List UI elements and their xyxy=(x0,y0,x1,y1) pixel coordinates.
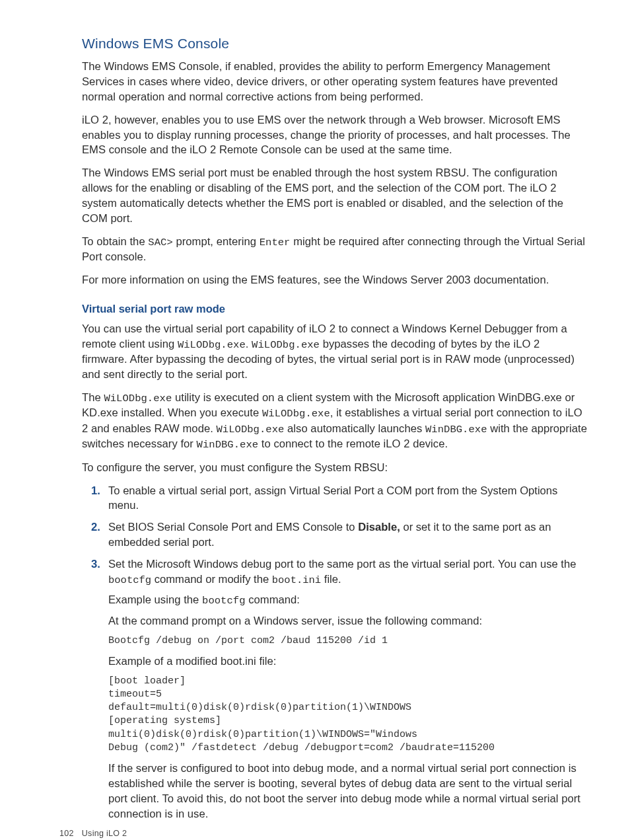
text: . xyxy=(246,338,252,350)
paragraph: Example of a modified boot.ini file: xyxy=(108,654,588,669)
page-number: 102 xyxy=(59,829,74,838)
inline-code: WiLODbg.exe xyxy=(104,393,172,404)
inline-code: boot.ini xyxy=(272,574,321,586)
paragraph: If the server is configured to boot into… xyxy=(108,761,588,822)
text: To obtain the xyxy=(82,235,148,248)
step-item: Set the Microsoft Windows debug port to … xyxy=(82,557,588,822)
subsection-heading-vsp-raw: Virtual serial port raw mode xyxy=(82,303,588,315)
step-item: To enable a virtual serial port, assign … xyxy=(82,484,588,514)
paragraph: To obtain the SAC> prompt, entering Ente… xyxy=(82,235,588,265)
inline-code: SAC> xyxy=(148,237,172,248)
footer-title: Using iLO 2 xyxy=(82,829,127,838)
step-text: command or modify the xyxy=(151,573,272,586)
paragraph: To configure the server, you must config… xyxy=(82,461,588,476)
text: command: xyxy=(246,593,300,606)
numbered-steps: To enable a virtual serial port, assign … xyxy=(82,484,588,822)
paragraph: The Windows EMS Console, if enabled, pro… xyxy=(82,59,588,105)
paragraph: For more information on using the EMS fe… xyxy=(82,273,588,288)
step-text: Set BIOS Serial Console Port and EMS Con… xyxy=(108,521,358,533)
step-body: Example using the bootcfg command: At th… xyxy=(108,593,588,821)
step-text: Set the Microsoft Windows debug port to … xyxy=(108,558,576,570)
page-footer: 102Using iLO 2 xyxy=(59,829,127,838)
paragraph: You can use the virtual serial port capa… xyxy=(82,322,588,383)
code-block-bootcfg: Bootcfg /debug on /port com2 /baud 11520… xyxy=(108,634,588,648)
text: to connect to the remote iLO 2 device. xyxy=(258,438,448,450)
paragraph: iLO 2, however, enables you to use EMS o… xyxy=(82,113,588,159)
paragraph: The WiLODbg.exe utility is executed on a… xyxy=(82,391,588,453)
inline-code: Enter xyxy=(260,237,291,248)
inline-code: bootcfg xyxy=(108,574,151,586)
bold-text: Disable, xyxy=(358,521,400,533)
text: prompt, entering xyxy=(173,235,260,248)
text: The xyxy=(82,391,104,404)
inline-code: bootcfg xyxy=(202,595,245,607)
inline-code: WiLODbg.exe xyxy=(252,339,320,351)
section-heading-ems: Windows EMS Console xyxy=(82,36,588,52)
inline-code: WiLODbg.exe xyxy=(262,408,330,420)
paragraph: At the command prompt on a Windows serve… xyxy=(108,614,588,629)
text: Example using the xyxy=(108,593,202,606)
step-text: To enable a virtual serial port, assign … xyxy=(108,484,557,512)
paragraph: The Windows EMS serial port must be enab… xyxy=(82,166,588,227)
paragraph: Example using the bootcfg command: xyxy=(108,593,588,608)
inline-code: WinDBG.exe xyxy=(197,439,259,451)
inline-code: WiLODbg.exe xyxy=(178,339,246,351)
document-page: Windows EMS Console The Windows EMS Cons… xyxy=(0,0,630,840)
code-block-bootini: [boot loader] timeout=5 default=multi(0)… xyxy=(108,675,588,755)
text: also automatically launches xyxy=(284,422,425,435)
inline-code: WinDBG.exe xyxy=(425,424,487,436)
step-item: Set BIOS Serial Console Port and EMS Con… xyxy=(82,520,588,551)
step-text: file. xyxy=(321,573,341,586)
inline-code: WiLODbg.exe xyxy=(217,424,285,436)
